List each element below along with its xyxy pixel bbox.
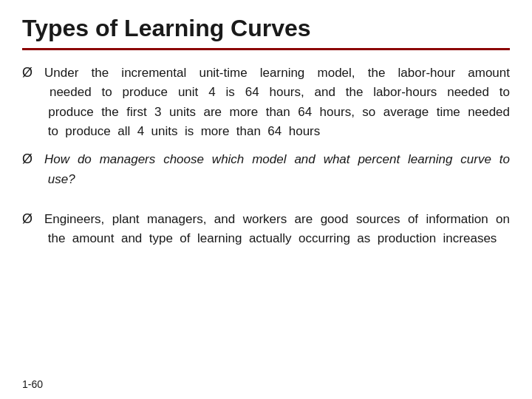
bullet-text-2: How do managers choose which model and w…: [44, 150, 510, 189]
bullet-item-3: Ø Engineers, plant managers, and workers…: [22, 210, 510, 249]
slide: Types of Learning Curves Ø Under the inc…: [0, 0, 532, 399]
bullet-symbol-3: Ø: [22, 211, 37, 227]
bullet-text-1: Under the incremental unit-time learning…: [44, 64, 510, 141]
slide-number: 1-60: [22, 378, 43, 390]
slide-title: Types of Learning Curves: [22, 15, 510, 42]
bullet-item-2: Ø How do managers choose which model and…: [22, 150, 510, 189]
bullet-symbol-2: Ø: [22, 151, 37, 167]
bullet-item-1: Ø Under the incremental unit-time learni…: [22, 64, 510, 141]
bullet-text-3: Engineers, plant managers, and workers a…: [44, 210, 510, 249]
title-section: Types of Learning Curves: [22, 15, 510, 50]
spacer: [22, 198, 510, 210]
content-area: Ø Under the incremental unit-time learni…: [22, 64, 510, 384]
bullet-symbol-1: Ø: [22, 65, 37, 81]
